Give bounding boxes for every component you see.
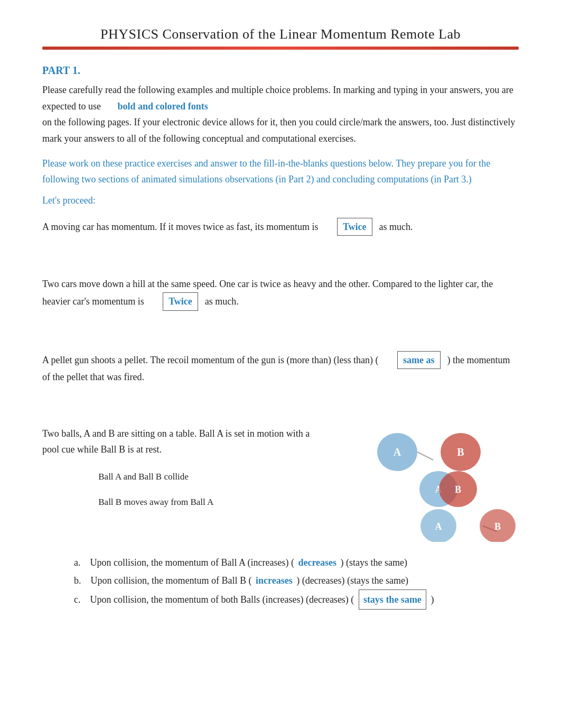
svg-text:A: A (435, 521, 442, 532)
intro-paragraph: Please carefully read the following exam… (42, 82, 519, 146)
balls-svg: A B A B A B (350, 426, 519, 542)
collision-label2: Ball B moves away from Ball A (42, 497, 329, 508)
q1-label: A moving car has momentum. If it moves t… (42, 222, 318, 232)
bold-colored-text: bold and colored fonts (117, 101, 208, 112)
part1-heading: PART 1. (42, 64, 519, 77)
q4c-label: Upon collision, the momentum of both Bal… (90, 594, 354, 605)
abc-item-a: a. Upon collision, the momentum of Ball … (74, 554, 519, 572)
q3-label: A pellet gun shoots a pellet. The recoil… (42, 355, 379, 365)
q2-label: Two cars move down a hill at the same sp… (42, 279, 493, 307)
q1-suffix: as much. (379, 222, 413, 232)
intro-text-2: on the following pages. If your electron… (42, 117, 515, 144)
q4b-label: Upon collision, the momentum of Ball B ( (91, 575, 252, 586)
q4a-label: Upon collision, the momentum of Ball A (… (90, 557, 294, 568)
q1-text: A moving car has momentum. If it moves t… (42, 218, 519, 236)
blue-paragraph: Please work on these practice exercises … (42, 156, 519, 187)
balls-section: Two balls, A and B are sitting on a tabl… (42, 426, 519, 544)
red-divider (42, 47, 519, 50)
question-3: A pellet gun shoots a pellet. The recoil… (42, 351, 519, 385)
abc-item-b: b. Upon collision, the momentum of Ball … (74, 572, 519, 589)
question-2: Two cars move down a hill at the same sp… (42, 276, 519, 310)
question-1: A moving car has momentum. If it moves t… (42, 218, 519, 236)
balls-diagram: A B A B A B (350, 426, 519, 544)
question-4: Two balls, A and B are sitting on a tabl… (42, 426, 519, 610)
q4b-suffix: ) (decreases) (stays the same) (296, 575, 408, 586)
page-title: PHYSICS Conservation of the Linear Momen… (42, 16, 519, 47)
svg-text:B: B (457, 446, 464, 458)
q4a-suffix: ) (stays the same) (341, 557, 407, 568)
q4a-answer: decreases (298, 557, 336, 568)
q4c-answer: stays the same (359, 589, 426, 610)
svg-text:B: B (455, 484, 461, 495)
q2-answer: Twice (163, 292, 198, 311)
q2-text: Two cars move down a hill at the same sp… (42, 276, 519, 310)
page-container: PHYSICS Conservation of the Linear Momen… (0, 0, 561, 660)
q3-text: A pellet gun shoots a pellet. The recoil… (42, 351, 519, 385)
abc-list: a. Upon collision, the momentum of Ball … (74, 554, 519, 610)
q2-suffix: as much. (205, 296, 239, 307)
svg-line-2 (417, 452, 433, 460)
svg-text:A: A (394, 446, 401, 458)
svg-text:B: B (494, 521, 501, 532)
q4b-answer: increases (256, 575, 293, 586)
q4c-suffix: ) (431, 594, 434, 605)
abc-item-c: c. Upon collision, the momentum of both … (74, 589, 519, 610)
q3-answer: same as (397, 351, 441, 370)
q4-intro: Two balls, A and B are sitting on a tabl… (42, 426, 329, 458)
intro-text-1: Please carefully read the following exam… (42, 85, 513, 112)
q1-answer: Twice (337, 218, 372, 236)
title-text: PHYSICS Conservation of the Linear Momen… (100, 26, 461, 42)
collision-label1: Ball A and Ball B collide (42, 472, 329, 482)
balls-text: Two balls, A and B are sitting on a tabl… (42, 426, 329, 509)
lets-proceed: Let's proceed: (42, 195, 519, 206)
